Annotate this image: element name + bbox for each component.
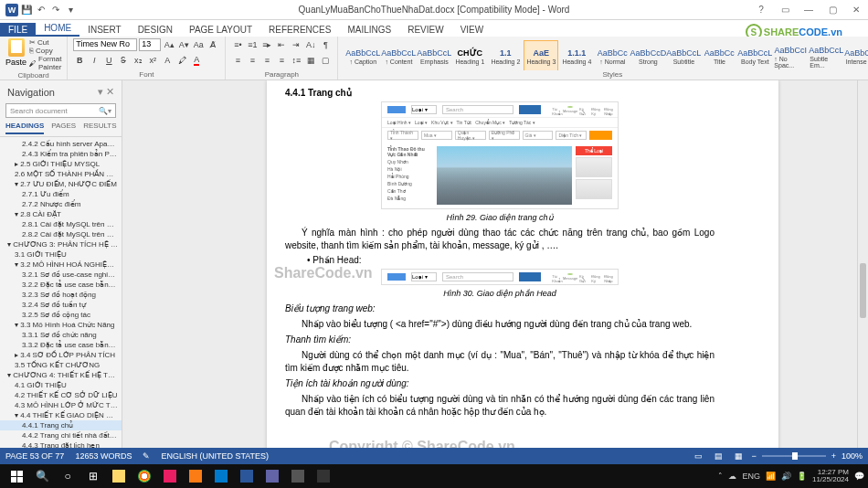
zoom-slider[interactable]: [762, 455, 826, 457]
style-body-text[interactable]: AaBbCcLBody Text: [737, 40, 772, 70]
tab-home[interactable]: HOME: [36, 21, 79, 37]
shading-icon[interactable]: ▦: [304, 54, 317, 67]
indent-right-icon[interactable]: ⇥: [290, 38, 302, 51]
borders-icon[interactable]: ▢: [319, 54, 332, 67]
style--no-spac-[interactable]: AaBbCcI↑ No Spac...: [773, 40, 808, 70]
highlight-icon[interactable]: 🖍: [175, 54, 188, 67]
tab-file[interactable]: FILE: [0, 23, 36, 37]
taskbar-taskview-icon[interactable]: ⊞: [80, 465, 106, 487]
nav-heading[interactable]: 2.7.2 Nhược điểm: [0, 199, 122, 209]
align-center-icon[interactable]: ≡: [246, 54, 259, 67]
nav-heading[interactable]: 3.5 TỔNG KẾT CHƯƠNG: [0, 360, 122, 370]
ribbon-options-icon[interactable]: ▭: [773, 2, 797, 18]
nav-heading[interactable]: 2.6 MỘT SỐ THÀNH PHẦN CHÍNH...: [0, 169, 122, 179]
tab-insert[interactable]: INSERT: [79, 23, 130, 37]
multilevel-icon[interactable]: ≡▸: [260, 38, 273, 51]
nav-heading[interactable]: ▾ 3.2 MÔ HÌNH HOÁ NGHIỆP VỤ: [0, 260, 122, 270]
nav-heading[interactable]: 3.2.2 Đặc tả use case bằng bảng: [0, 280, 122, 290]
font-color-icon[interactable]: A: [190, 54, 203, 67]
style-heading-1[interactable]: CHỨCHeading 1: [452, 40, 487, 70]
nav-heading[interactable]: ▾ 4.4 THIẾT KẾ GIAO DIỆN HỆ THỐNG: [0, 410, 122, 420]
sort-icon[interactable]: A↓: [304, 38, 317, 51]
zoom-level[interactable]: 100%: [842, 451, 863, 461]
nav-heading[interactable]: 2.8.2 Cài đặt MySQL trên Linux: [0, 229, 122, 239]
status-spellcheck-icon[interactable]: ✎: [143, 451, 150, 461]
nav-heading[interactable]: 3.3.1 Sơ đồ chức năng: [0, 330, 122, 340]
style--caption[interactable]: AaBbCcL↑ Caption: [345, 40, 380, 70]
tray-notifications-icon[interactable]: 💬: [854, 472, 864, 481]
font-name-select[interactable]: Times New Ro: [73, 38, 137, 51]
nav-heading[interactable]: ▾ CHƯƠNG 4: THIẾT KẾ HỆ THỐNG: [0, 370, 122, 380]
tab-references[interactable]: REFERENCES: [260, 23, 339, 37]
cut-button[interactable]: ✂Cut: [29, 38, 61, 47]
taskbar-app2-icon[interactable]: [285, 465, 311, 487]
nav-heading[interactable]: 3.2.3 Sơ đồ hoạt động: [0, 290, 122, 300]
nav-heading[interactable]: ▸ 3.4 SƠ ĐỒ LỚP PHÂN TÍCH: [0, 350, 122, 360]
style-title[interactable]: AaBbCcTitle: [702, 40, 736, 70]
align-left-icon[interactable]: ≡: [231, 54, 244, 67]
nav-heading[interactable]: 4.1 GIỚI THIỆU: [0, 380, 122, 390]
paste-button[interactable]: Paste: [5, 38, 26, 67]
superscript-button[interactable]: x²: [146, 54, 159, 67]
nav-heading[interactable]: 4.3 MÔ HÌNH LỚP Ở MỨC THIẾT KẾ: [0, 400, 122, 410]
nav-heading[interactable]: 4.4.1 Trang chủ: [0, 420, 122, 430]
show-marks-icon[interactable]: ¶: [319, 38, 332, 51]
minimize-icon[interactable]: —: [797, 2, 820, 18]
vertical-scrollbar[interactable]: [857, 80, 868, 464]
nav-heading[interactable]: 3.1 GIỚI THIỆU: [0, 249, 122, 260]
style--normal[interactable]: AaBbCc↑ Normal: [595, 40, 630, 70]
zoom-out-icon[interactable]: −: [751, 451, 756, 461]
taskbar-word-icon[interactable]: [234, 465, 259, 487]
nav-close-icon[interactable]: ▾ ✕: [98, 86, 114, 98]
status-page[interactable]: PAGE 53 OF 77: [5, 451, 64, 461]
taskbar-vscode-icon[interactable]: [208, 465, 234, 487]
taskbar-search-icon[interactable]: 🔍: [29, 465, 55, 487]
tray-clock[interactable]: 12:27 PM 11/25/2024: [812, 469, 849, 483]
undo-icon[interactable]: ↶: [35, 4, 48, 16]
tray-lang-icon[interactable]: ENG: [742, 472, 760, 481]
nav-heading[interactable]: ▾ 2.8 CÀI ĐẶT: [0, 209, 122, 219]
close-icon[interactable]: ✕: [844, 2, 868, 18]
tab-view[interactable]: VIEW: [452, 23, 492, 37]
nav-tab-headings[interactable]: HEADINGS: [5, 122, 44, 134]
indent-left-icon[interactable]: ⇤: [275, 38, 288, 51]
taskbar-explorer-icon[interactable]: [106, 465, 132, 487]
nav-heading[interactable]: 2.4.3 Kiểm tra phiên bản PHP: [0, 149, 122, 159]
nav-heading[interactable]: ▾ CHƯƠNG 3: PHÂN TÍCH HỆ THỐNG: [0, 239, 122, 249]
status-words[interactable]: 12653 WORDS: [75, 451, 132, 461]
clear-format-icon[interactable]: A̸: [206, 38, 219, 51]
style-heading-4[interactable]: 1.1.1Heading 4: [559, 40, 594, 70]
maximize-icon[interactable]: ▢: [820, 2, 844, 18]
view-web-icon[interactable]: ▦: [731, 450, 746, 462]
font-size-select[interactable]: 13: [139, 38, 161, 51]
taskbar-cortana-icon[interactable]: ○: [55, 465, 80, 487]
nav-tab-results[interactable]: RESULTS: [83, 122, 116, 134]
nav-heading[interactable]: ▸ 2.5 GIỚI THIỆU MYSQL: [0, 159, 122, 169]
style-emphasis[interactable]: AaBbCcLEmphasis: [417, 40, 451, 70]
nav-heading[interactable]: 2.8.1 Cài đặt MySQL trên Windo...: [0, 219, 122, 229]
tray-onedrive-icon[interactable]: ☁: [728, 472, 736, 481]
style--content[interactable]: AaBbCcL↑ Content: [381, 40, 416, 70]
help-icon[interactable]: ?: [749, 2, 773, 18]
taskbar-app-icon[interactable]: [157, 465, 183, 487]
subscript-button[interactable]: x₂: [132, 54, 144, 67]
nav-tab-pages[interactable]: PAGES: [51, 122, 76, 134]
nav-heading[interactable]: 4.4.2 Trang chi tiết nhà đất đặt biệt ký: [0, 430, 122, 440]
italic-button[interactable]: I: [88, 54, 101, 67]
tab-review[interactable]: REVIEW: [399, 23, 451, 37]
style-heading-2[interactable]: 1.1Heading 2: [488, 40, 523, 70]
bullets-icon[interactable]: ≡•: [231, 38, 244, 51]
taskbar-teams-icon[interactable]: [259, 465, 285, 487]
change-case-icon[interactable]: Aa: [192, 38, 205, 51]
format-painter-button[interactable]: 🖌Format Painter: [29, 55, 61, 71]
nav-heading[interactable]: ▾ 2.7 ƯU ĐIỂM, NHƯỢC ĐIỂM: [0, 179, 122, 189]
styles-gallery[interactable]: AaBbCcL↑ CaptionAaBbCcL↑ ContentAaBbCcLE…: [344, 38, 868, 70]
style-strong[interactable]: AaBbCcDStrong: [630, 40, 665, 70]
nav-heading[interactable]: 3.2.1 Sơ đồ use-case nghiệp vụ: [0, 270, 122, 280]
start-button[interactable]: [4, 465, 29, 487]
grow-font-icon[interactable]: A▴: [163, 38, 175, 51]
save-icon[interactable]: 💾: [20, 4, 33, 16]
nav-heading[interactable]: 3.2.5 Sơ đồ cộng tác: [0, 310, 122, 320]
nav-heading[interactable]: 2.4.2 Cấu hình server Apache: [0, 139, 122, 149]
tray-chevron-icon[interactable]: ˄: [718, 472, 723, 481]
